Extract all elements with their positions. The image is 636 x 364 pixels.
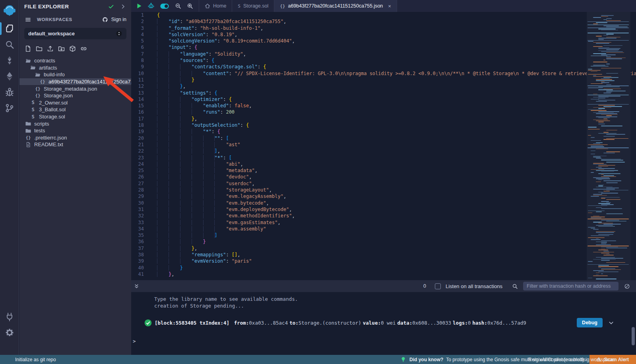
terminal-prompt[interactable]: > <box>133 338 636 345</box>
listen-all-checkbox[interactable] <box>435 283 441 289</box>
tree-item-label: README.txt <box>34 141 63 147</box>
transaction-log-text[interactable]: [block:5583405 txIndex:4] from:0xa03...8… <box>155 320 577 326</box>
line-number: 32 <box>131 213 150 219</box>
code-line: 38 "remappings": [], <box>131 252 636 258</box>
tab-storage-sol[interactable]: SStorage.sol <box>232 0 274 12</box>
tree-item-a69b43f277ba20fcac141151250ca7-[interactable]: {}a69b43f277ba20fcac141151250ca7... <box>19 78 131 85</box>
toggle-on-icon[interactable] <box>160 3 169 9</box>
tree-item-readme-txt[interactable]: README.txt <box>19 141 131 148</box>
tab-a69b43f277ba20fcac141151250ca755-json[interactable]: {}a69b43f277ba20fcac141151250ca755.json× <box>274 0 397 12</box>
lightbulb-icon <box>399 356 407 363</box>
activity-plugin-manager-icon[interactable] <box>0 309 19 325</box>
transaction-log-row: [block:5583405 txIndex:4] from:0xa03...8… <box>131 318 636 327</box>
activity-settings-icon[interactable] <box>0 325 19 341</box>
new-file-icon[interactable] <box>24 45 32 52</box>
transaction-filter-input[interactable] <box>523 282 619 290</box>
tree-item-label: tests <box>34 128 45 134</box>
file-explorer-panel: FILE EXPLORER WORKSPACES Sign in default… <box>19 0 131 355</box>
code-editor[interactable]: 1{2 "id": "a69b43f277ba20fcac141151250ca… <box>131 12 636 280</box>
tab-label: Home <box>213 3 226 9</box>
success-check-icon <box>144 319 152 327</box>
clear-terminal-icon[interactable] <box>623 283 630 290</box>
code-line: 21 "ast" <box>131 141 636 148</box>
minimap[interactable] <box>587 12 630 280</box>
file-icon <box>25 141 31 147</box>
code-line: 4 "solcVersion": "0.8.19", <box>131 31 636 38</box>
code-line: 9 "contracts/Storage.sol": { <box>131 64 636 70</box>
line-number: 13 <box>131 90 150 96</box>
tree-item-label: Storage_metadata.json <box>44 86 97 92</box>
upload-folder-icon[interactable] <box>58 45 65 52</box>
solidity-file-icon: S <box>30 100 36 106</box>
line-number: 1 <box>131 12 150 18</box>
line-number: 18 <box>131 122 150 128</box>
line-number: 30 <box>131 200 150 206</box>
tree-item-storage-sol[interactable]: SStorage.sol <box>19 113 131 120</box>
solidity-file-icon: S <box>30 106 36 112</box>
close-tab-icon[interactable]: × <box>388 3 391 9</box>
activity-bar <box>0 0 19 355</box>
code-line: 17 }, <box>131 116 636 122</box>
tree-item-scripts[interactable]: scripts <box>19 120 131 127</box>
upload-file-icon[interactable] <box>47 45 54 52</box>
zoom-out-icon[interactable] <box>175 3 181 9</box>
zoom-in-icon[interactable] <box>187 3 193 9</box>
status-bar: Initialize as git repo Did you know? To … <box>0 355 636 364</box>
code-line: 22 ], <box>131 148 636 154</box>
tab-home[interactable]: Home <box>199 0 232 12</box>
link-icon[interactable] <box>80 45 87 52</box>
activity-solidity-compiler-icon[interactable] <box>0 52 19 68</box>
collapse-terminal-icon[interactable] <box>133 283 140 290</box>
activity-file-explorer-icon[interactable] <box>0 21 19 37</box>
line-number: 16 <box>131 109 150 115</box>
debug-button[interactable]: Debug <box>577 318 603 327</box>
tree-item-label: scripts <box>34 121 49 127</box>
code-line: 28 "storageLayout", <box>131 187 636 193</box>
tree-item-build-info[interactable]: build-info <box>19 71 131 78</box>
tab-label: Storage.sol <box>243 3 268 9</box>
line-number: 20 <box>131 135 150 141</box>
search-icon <box>511 283 518 290</box>
terminal-scrollbar[interactable] <box>632 327 635 345</box>
box-icon[interactable] <box>69 45 76 52</box>
activity-git-icon[interactable] <box>0 100 19 116</box>
new-folder-icon[interactable] <box>35 45 43 52</box>
activity-remix-logo-icon[interactable] <box>0 0 19 21</box>
file-tree: contractsartifactsbuild-info{}a69b43f277… <box>19 57 131 148</box>
workspace-name: default_workspace <box>28 31 75 37</box>
tree-item-contracts[interactable]: contracts <box>19 57 131 64</box>
code-line: 5 "solcLongVersion": "0.8.19+commit.7dd6… <box>131 38 636 44</box>
line-number: 31 <box>131 206 150 213</box>
github-sign-in-button[interactable]: Sign in <box>102 16 126 23</box>
tree-item-tests[interactable]: tests <box>19 127 131 134</box>
robot-icon[interactable] <box>148 3 154 9</box>
line-number: 19 <box>131 128 150 135</box>
tree-item-storage-metadata-json[interactable]: {}Storage_metadata.json <box>19 85 131 92</box>
git-init-button[interactable]: Initialize as git repo <box>15 357 56 362</box>
tree-item-3-ballot-sol[interactable]: S3_Ballot.sol <box>19 106 131 113</box>
activity-debugger-icon[interactable] <box>0 84 19 100</box>
workspace-select[interactable]: default_workspace <box>24 28 126 39</box>
code-line: 40 } <box>131 265 636 271</box>
tree-item--prettierrc-json[interactable]: {}.prettierrc.json <box>19 134 131 141</box>
terminal[interactable]: Type the library name to see available c… <box>131 292 636 355</box>
hamburger-menu-icon[interactable] <box>24 16 31 23</box>
tree-item-label: contracts <box>34 58 55 64</box>
code-line: 33 "evm.gasEstimates", <box>131 219 636 226</box>
code-line: 23 "*": [ <box>131 155 636 161</box>
tree-item-artifacts[interactable]: artifacts <box>19 64 131 72</box>
activity-search-icon[interactable] <box>0 37 19 52</box>
editor-topbar: HomeSStorage.sol{}a69b43f277ba20fcac1411… <box>131 0 636 12</box>
workspaces-label: WORKSPACES <box>37 17 72 22</box>
chevron-right-icon[interactable] <box>119 3 126 10</box>
tree-item-2-owner-sol[interactable]: S2_Owner.sol <box>19 99 131 106</box>
line-number: 17 <box>131 116 150 122</box>
play-icon[interactable] <box>136 3 142 9</box>
file-explorer-header: FILE EXPLORER <box>19 0 131 13</box>
code-line: 14 "optimizer": { <box>131 96 636 103</box>
activity-deploy-run-icon[interactable] <box>0 68 19 84</box>
expand-transaction-icon[interactable] <box>607 319 615 326</box>
code-line: 18 "outputSelection": { <box>131 122 636 128</box>
tree-item-storage-json[interactable]: {}Storage.json <box>19 92 131 99</box>
tab-strip: HomeSStorage.sol{}a69b43f277ba20fcac1411… <box>199 0 397 12</box>
